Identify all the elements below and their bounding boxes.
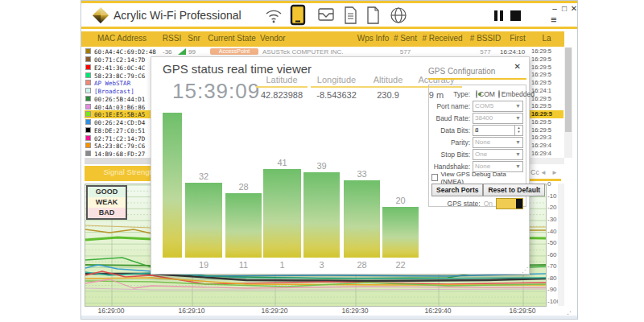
col-last[interactable]: La xyxy=(530,34,564,43)
file-icon[interactable] xyxy=(365,6,386,25)
stop-bits-select[interactable]: One▼ xyxy=(473,149,523,160)
row-color-swatch xyxy=(85,56,91,62)
col-received[interactable]: # Received xyxy=(419,34,465,43)
table-row[interactable]: 5A:23:8C:79:C6 xyxy=(85,142,151,150)
table-row[interactable]: 58:23:8C:79:C6 xyxy=(85,72,151,80)
pause-icon[interactable] xyxy=(494,10,504,22)
row-last-seen: 16:29:4 xyxy=(530,142,564,150)
row-first-seen: 16:24:10 xyxy=(500,48,525,56)
table-row-selected[interactable]: 00:1E:E5:5B:A5 xyxy=(85,110,151,118)
minimize-button[interactable]: – xyxy=(550,4,559,13)
config-label: Port name: xyxy=(431,102,473,110)
dialog-resize-grip[interactable]: ⋰ xyxy=(522,266,528,274)
row-last-seen: 16:29:5 xyxy=(530,95,564,103)
table-row[interactable]: 14:B9:68:FD:27 xyxy=(85,150,151,158)
right-gutter xyxy=(558,184,564,306)
maximize-button[interactable]: □ xyxy=(559,4,569,13)
gps-time: 15:39:09 xyxy=(172,79,260,104)
baud-rate-select[interactable]: 38400▼ xyxy=(473,113,523,124)
search-ports-button[interactable]: Search Ports xyxy=(431,184,483,196)
chevron-down-icon: ▼ xyxy=(515,163,521,169)
select-value: None xyxy=(475,163,490,170)
col-vendor[interactable]: Vendor xyxy=(260,34,355,43)
radio-com[interactable] xyxy=(476,90,477,98)
table-row[interactable]: 02:71:C2:14:7D xyxy=(85,134,151,142)
row-last-seen: 16:29:5 xyxy=(530,71,564,79)
config-label: Parity: xyxy=(431,138,473,147)
gps-state-row: GPS state: On xyxy=(431,197,523,210)
config-label: Stop Bits: xyxy=(431,151,473,159)
col-mac[interactable]: MAC Address xyxy=(85,34,159,43)
snr-category: 28 xyxy=(344,260,380,270)
table-row[interactable]: 60:A4:4C:69:D2:48 -36 99 AccessPoint ASU… xyxy=(81,47,564,56)
stop-icon[interactable] xyxy=(510,10,521,22)
field-label: Altitude xyxy=(362,75,414,88)
radio-embedded[interactable] xyxy=(498,90,500,98)
row-last-seen: 16:29:5 xyxy=(530,79,564,87)
spinner-arrows-icon[interactable]: ▲▼ xyxy=(514,126,522,135)
row-snr: 99 xyxy=(188,48,196,56)
col-wps[interactable]: Wps Info xyxy=(355,34,391,43)
col-first[interactable]: First xyxy=(506,34,530,43)
tab-next-icon[interactable]: ► xyxy=(551,169,558,176)
mobile-device-icon[interactable] xyxy=(289,4,310,23)
config-port-row: Port name: COM5▼ xyxy=(431,100,523,112)
col-sent[interactable]: # Sent xyxy=(391,34,419,43)
table-row[interactable]: E2:41:36:0C:4C xyxy=(85,64,151,72)
close-button[interactable]: ✕ xyxy=(569,4,579,13)
reset-default-button[interactable]: Reset to Default xyxy=(483,184,545,196)
row-mac: 40:4A:03:B6:86 xyxy=(94,104,145,111)
table-vertical-scrollbar[interactable] xyxy=(564,47,572,158)
field-value: 230.9 xyxy=(362,88,414,100)
row-color-swatch xyxy=(85,88,91,93)
snr-bar xyxy=(163,113,182,258)
nmea-debug-checkbox[interactable] xyxy=(431,174,438,181)
inbox-icon[interactable] xyxy=(316,6,337,25)
globe-icon[interactable] xyxy=(389,6,410,25)
tab-prev-icon[interactable]: ◄ xyxy=(540,169,547,176)
scrollbar-thumb[interactable] xyxy=(565,47,572,132)
field-label: Latitude xyxy=(256,75,308,88)
select-value: None xyxy=(475,138,490,146)
col-bssid[interactable]: # BSSID xyxy=(465,34,506,43)
table-row[interactable]: 00:71:C2:14:7D xyxy=(85,56,151,64)
satellite-snr-bar-chart: 32 28 41 39 33 20 xyxy=(159,108,428,258)
gps-field-longitude: Longitude -8.543632 xyxy=(311,75,362,100)
data-bits-spinner[interactable]: 8▲▼ xyxy=(473,125,523,136)
snr-category: 3 xyxy=(303,260,340,270)
config-baud-row: Baud Rate: 38400▼ xyxy=(431,112,523,124)
table-row[interactable]: 40:4A:03:B6:86 xyxy=(85,103,151,111)
table-row[interactable]: [Broadcast] xyxy=(85,87,151,95)
row-last-seen-selected: 16:29:5 xyxy=(530,110,564,118)
signal-bars-icon xyxy=(178,48,186,55)
port-name-select[interactable]: COM5▼ xyxy=(473,101,523,112)
col-snr[interactable]: Snr xyxy=(184,34,204,43)
config-type-row: Type: COM Embedded xyxy=(431,88,523,100)
row-color-swatch xyxy=(85,48,91,54)
snr-bar xyxy=(344,180,380,258)
titlebar[interactable]: Acrylic Wi-Fi Professional xyxy=(81,3,577,27)
table-row[interactable]: E8:DE:27:C0:51 xyxy=(85,126,151,134)
menu-button[interactable]: ≡ xyxy=(551,14,557,26)
row-rssi: -36 xyxy=(163,48,172,56)
config-title: GPS Configuration xyxy=(428,67,526,80)
gps-state-toggle[interactable] xyxy=(496,198,523,209)
parity-select[interactable]: None▼ xyxy=(473,137,523,148)
col-rssi[interactable]: RSSI xyxy=(159,34,184,43)
tab-right-truncated[interactable]: Cc xyxy=(530,168,539,176)
wifi-icon[interactable] xyxy=(263,6,284,25)
table-horizontal-scrollbar[interactable] xyxy=(85,158,151,164)
table-row[interactable]: 00:26:5B:44:D1 xyxy=(85,95,151,103)
signal-legend: GOOD WEAK BAD xyxy=(86,185,127,220)
titlebar-separator xyxy=(81,27,577,29)
row-color-swatch xyxy=(85,96,91,101)
table-row[interactable]: AP WebSTAR xyxy=(85,79,151,87)
row-last-seen: 16:29:5 xyxy=(530,118,564,126)
acrylic-logo-icon xyxy=(91,6,110,25)
handshake-select[interactable]: None▼ xyxy=(473,161,523,172)
snr-category: 1 xyxy=(263,260,301,270)
config-label: Data Bits: xyxy=(431,126,473,134)
col-state[interactable]: Current State xyxy=(204,34,260,43)
table-row[interactable]: 00:26:24:CD:D4 xyxy=(85,118,151,126)
report-icon[interactable] xyxy=(342,6,363,25)
